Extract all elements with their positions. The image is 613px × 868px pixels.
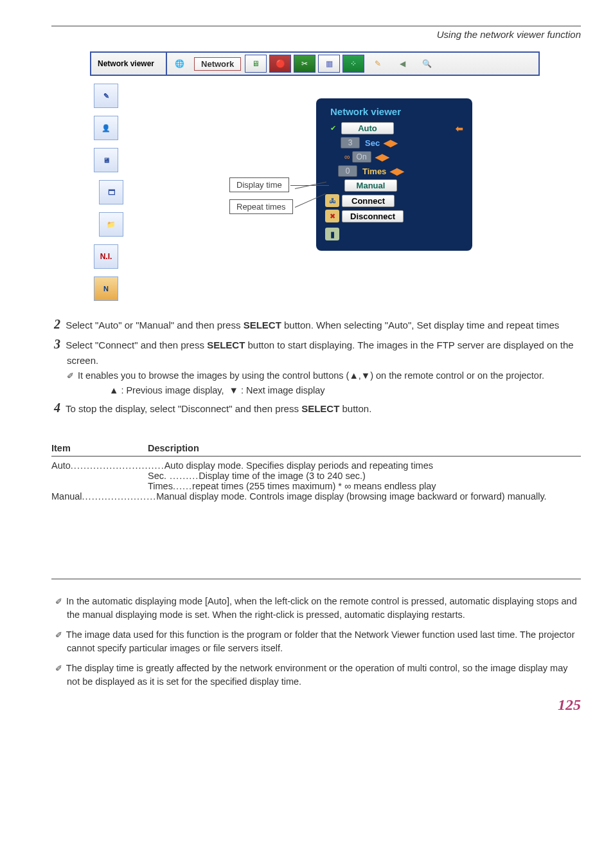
note-1: ✐ In the automatic displaying mode [Auto… (51, 595, 581, 622)
note-2: ✐ The image data used for this function … (51, 628, 581, 655)
cell-auto-desc: Auto display mode. Specifies display per… (164, 460, 433, 471)
note-3: ✐ The display time is greatly affected b… (51, 662, 581, 689)
icon-dice[interactable]: ⁘ (342, 55, 364, 73)
sec-label: Sec (365, 138, 380, 148)
steps-section: 2 Select "Auto" or "Manual" and then pre… (51, 315, 581, 417)
cell-sec-desc: Display time of the image (3 to 240 sec.… (199, 471, 366, 481)
side-display-icon[interactable]: 🖥 (94, 148, 118, 172)
description-table: Item Description Auto...................… (51, 443, 581, 502)
icon-search[interactable]: 🔍 (416, 55, 438, 73)
side-n-label: N (103, 285, 109, 293)
icon-globe: 🌐 (168, 55, 190, 73)
auto-button[interactable]: Auto (341, 122, 394, 134)
times-value: 0 (338, 165, 357, 177)
step-4: 4 To stop the display, select "Disconnec… (51, 399, 581, 417)
col-item-header: Item (51, 443, 148, 453)
side-folder-icon[interactable]: 📁 (99, 212, 123, 237)
side-ni-icon[interactable]: N.I. (94, 244, 118, 269)
menu-topbar: Network viewer 🌐 Network 🖥 🔴 ✂ ▦ ⁘ ✎ ◀ 🔍 (90, 51, 540, 76)
cell-auto-label: Auto (51, 460, 71, 471)
disconnect-button[interactable]: Disconnect (342, 210, 404, 222)
side-n-icon[interactable]: N (94, 276, 118, 301)
step-3: 3 Select "Connect" and then press SELECT… (51, 335, 581, 368)
connect-icon: 🖧 (325, 194, 339, 207)
callout-repeat-times: Repeat times (229, 199, 293, 214)
page-header: Using the network viewer function (51, 29, 581, 40)
cell-times-label: Times (148, 481, 173, 491)
row-manual: Manual.......................Manual disp… (51, 491, 581, 502)
back-arrow-icon[interactable]: ⬅ (456, 123, 463, 134)
topbar-title: Network viewer (91, 53, 167, 75)
manual-button[interactable]: Manual (344, 179, 397, 192)
disconnect-icon: ✖ (325, 210, 339, 222)
row-sec: Sec. .........Display time of the image … (51, 471, 581, 481)
icon-grid[interactable]: ▦ (318, 55, 340, 73)
cell-times-desc: repeat times (255 times maximum) * ∞ mea… (192, 481, 436, 491)
side-icon-column: ✎ 👤 🖥 🗔 📁 N.I. N (90, 76, 130, 309)
icon-back[interactable]: ◀ (391, 55, 413, 73)
check-icon: ✔ (330, 124, 336, 132)
cell-manual-desc: Manual display mode. Controls image disp… (156, 491, 546, 502)
side-pen-icon[interactable]: ✎ (94, 84, 118, 108)
icon-monitor[interactable]: 🖥 (245, 55, 267, 73)
page-number: 125 (558, 696, 581, 713)
panel-title: Network viewer (325, 106, 463, 117)
side-person-icon[interactable]: 👤 (94, 116, 118, 140)
sec-arrows-icon[interactable]: ◀▶ (384, 138, 398, 148)
icon-wand[interactable]: ✎ (367, 55, 389, 73)
step-3-note: ✐ It enables you to browse the images by… (51, 369, 581, 383)
network-button[interactable]: Network (194, 57, 241, 71)
row-times: Times......repeat times (255 times maxim… (51, 481, 581, 491)
on-arrows-icon[interactable]: ◀▶ (375, 152, 389, 162)
step-2: 2 Select "Auto" or "Manual" and then pre… (51, 315, 581, 334)
callout-display-time: Display time (229, 177, 289, 192)
connect-button[interactable]: Connect (342, 195, 395, 207)
footnotes: ✐ In the automatic displaying mode [Auto… (51, 579, 581, 689)
on-value: On (352, 151, 371, 163)
screenshot-panel: Network viewer 🌐 Network 🖥 🔴 ✂ ▦ ⁘ ✎ ◀ 🔍… (90, 51, 540, 309)
network-viewer-panel: Network viewer ✔ Auto ⬅ 3 Sec ◀▶ ∞ O (316, 98, 472, 251)
row-auto: Auto.............................Auto di… (51, 460, 581, 471)
times-label: Times (362, 167, 386, 176)
icon-tools[interactable]: ✂ (294, 55, 315, 73)
col-desc-header: Description (148, 443, 199, 453)
icon-palette[interactable]: 🔴 (269, 55, 291, 73)
close-icon[interactable]: ▮ (325, 228, 339, 240)
sec-value: 3 (341, 137, 360, 149)
cell-sec-label: Sec. (148, 471, 166, 481)
cell-manual-label: Manual (51, 491, 82, 502)
step-3-keys: ▲ : Previous image display, ▼ : Next ima… (51, 384, 581, 397)
infinity-icon: ∞ (344, 152, 350, 161)
side-stack-icon[interactable]: 🗔 (99, 180, 123, 204)
times-arrows-icon[interactable]: ◀▶ (390, 166, 404, 176)
